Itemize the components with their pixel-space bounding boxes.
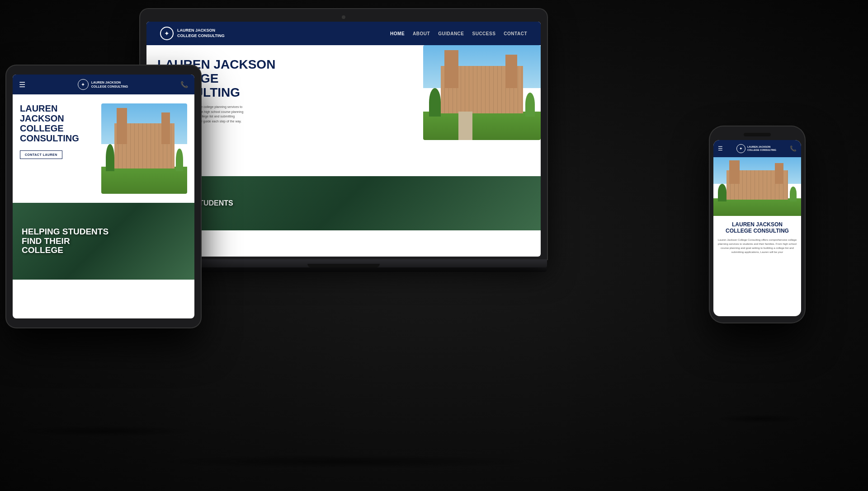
- scene: ✦ LAUREN JACKSON COLLEGE CONSULTING HOME…: [0, 0, 868, 491]
- phone-desc: Lauren Jackson College Consulting offers…: [718, 238, 797, 254]
- laptop-website: ✦ LAUREN JACKSON COLLEGE CONSULTING HOME…: [146, 22, 541, 257]
- logo-line1: LAUREN JACKSON: [177, 28, 215, 33]
- tree1: [429, 88, 441, 117]
- laptop-device: ✦ LAUREN JACKSON COLLEGE CONSULTING HOME…: [140, 9, 547, 272]
- phone-screen: ☰ ✦ LAUREN JACKSON COLLEGE CONSULTING 📞: [713, 140, 801, 316]
- laptop-screen: ✦ LAUREN JACKSON COLLEGE CONSULTING HOME…: [146, 22, 541, 257]
- laptop-banner: HELPING STUDENTS: [146, 176, 541, 230]
- nav-home[interactable]: HOME: [390, 31, 405, 36]
- tablet-website: ☰ ✦ LAUREN JACKSON COLLEGE CONSULTING 📞: [13, 75, 194, 280]
- tablet-tree1: [106, 144, 114, 171]
- tablet-logo-text: LAUREN JACKSON COLLEGE CONSULTING: [91, 80, 128, 89]
- phone-logo: ✦ LAUREN JACKSON COLLEGE CONSULTING: [736, 144, 776, 153]
- laptop-logo: ✦ LAUREN JACKSON COLLEGE CONSULTING: [160, 27, 225, 40]
- phone-hamburger-icon[interactable]: ☰: [718, 145, 723, 152]
- phone-device: ☰ ✦ LAUREN JACKSON COLLEGE CONSULTING 📞: [710, 126, 805, 323]
- tablet-banner: HELPING STUDENTS FIND THEIR COLLEGE: [13, 203, 194, 280]
- lawn: [423, 112, 541, 140]
- laptop-camera: [342, 15, 345, 19]
- tablet-hero-left: LAUREN JACKSON COLLEGE CONSULTING CONTAC…: [20, 103, 95, 194]
- tablet-banner-text: HELPING STUDENTS FIND THEIR COLLEGE: [22, 227, 108, 256]
- tablet-logo-line1: LAUREN JACKSON: [91, 81, 121, 84]
- tablet-screen: ☰ ✦ LAUREN JACKSON COLLEGE CONSULTING 📞: [13, 75, 194, 318]
- laptop-shadow: [145, 455, 542, 468]
- laptop-body: ✦ LAUREN JACKSON COLLEGE CONSULTING HOME…: [140, 9, 547, 259]
- tablet-title-l3: CONSULTING: [20, 133, 79, 143]
- phone-title-l2: COLLEGE CONSULTING: [726, 228, 789, 234]
- laptop-hero: LAUREN JACKSON COLLEGE CONSULTING consul…: [146, 45, 541, 176]
- phone-shadow: [714, 414, 805, 423]
- laptop-stand: [140, 267, 547, 272]
- tablet-lawn: [101, 167, 187, 194]
- tree2: [525, 93, 535, 117]
- nav-about[interactable]: ABOUT: [413, 31, 430, 36]
- tablet-hero: LAUREN JACKSON COLLEGE CONSULTING CONTAC…: [13, 94, 194, 203]
- phone-campus-image: [713, 157, 801, 216]
- phone-tower-left: [729, 160, 740, 184]
- laptop-nav: ✦ LAUREN JACKSON COLLEGE CONSULTING HOME…: [146, 22, 541, 45]
- tablet-hero-image: [101, 103, 187, 194]
- laptop-logo-text: LAUREN JACKSON COLLEGE CONSULTING: [177, 28, 225, 38]
- tablet-campus-image: [101, 103, 187, 194]
- phone-nav: ☰ ✦ LAUREN JACKSON COLLEGE CONSULTING 📞: [713, 140, 801, 157]
- tablet-contact-btn[interactable]: CONTACT LAUREN: [20, 150, 62, 159]
- tower-right: [505, 55, 517, 88]
- phone-compass-icon: ✦: [736, 144, 745, 153]
- banner-bg: HELPING STUDENTS: [146, 176, 541, 230]
- phone-tower-right: [775, 163, 783, 184]
- laptop-nav-menu: HOME ABOUT GUIDANCE SUCCESS CONTACT: [390, 31, 527, 36]
- tablet-compass-icon: ✦: [78, 79, 89, 90]
- campus-image: [423, 45, 541, 140]
- tablet-logo-line2: COLLEGE CONSULTING: [91, 85, 128, 88]
- phone-logo-text: LAUREN JACKSON COLLEGE CONSULTING: [747, 145, 776, 152]
- phone-tree1: [718, 184, 726, 201]
- phone-tree2: [790, 187, 797, 201]
- phone-website: ☰ ✦ LAUREN JACKSON COLLEGE CONSULTING 📞: [713, 140, 801, 260]
- tablet-shadow: [9, 426, 199, 437]
- path: [458, 112, 472, 140]
- tablet-device: ☰ ✦ LAUREN JACKSON COLLEGE CONSULTING 📞: [6, 65, 201, 327]
- phone-notch: [744, 133, 771, 136]
- tower-left: [444, 50, 458, 88]
- phone-content: LAUREN JACKSON COLLEGE CONSULTING Lauren…: [713, 216, 801, 260]
- nav-guidance[interactable]: GUIDANCE: [438, 31, 464, 36]
- tablet-banner-l1: HELPING STUDENTS: [22, 227, 108, 236]
- tablet-title-l2: COLLEGE: [20, 123, 64, 133]
- tablet-tower-right: [161, 112, 170, 144]
- hamburger-icon[interactable]: ☰: [19, 80, 25, 89]
- tablet-tree2: [176, 149, 183, 171]
- phone-hero-image: [713, 157, 801, 216]
- tablet-title-l1: LAUREN JACKSON: [20, 103, 64, 123]
- nav-contact[interactable]: CONTACT: [504, 31, 527, 36]
- tablet-hero-title: LAUREN JACKSON COLLEGE CONSULTING: [20, 103, 95, 143]
- phone-logo-l1: LAUREN JACKSON: [747, 145, 770, 148]
- tablet-banner-l2: FIND THEIR: [22, 236, 70, 246]
- phone-lawn: [713, 198, 801, 216]
- tablet-banner-l3: COLLEGE: [22, 245, 63, 255]
- phone-icon[interactable]: 📞: [180, 81, 188, 88]
- logo-line2: COLLEGE CONSULTING: [177, 33, 225, 38]
- nav-success[interactable]: SUCCESS: [472, 31, 496, 36]
- phone-body: ☰ ✦ LAUREN JACKSON COLLEGE CONSULTING 📞: [710, 126, 805, 323]
- tablet-logo: ✦ LAUREN JACKSON COLLEGE CONSULTING: [78, 79, 128, 90]
- phone-logo-l2: COLLEGE CONSULTING: [747, 149, 776, 151]
- tablet-nav: ☰ ✦ LAUREN JACKSON COLLEGE CONSULTING 📞: [13, 75, 194, 94]
- phone-title-l1: LAUREN JACKSON: [732, 221, 783, 228]
- phone-title: LAUREN JACKSON COLLEGE CONSULTING: [718, 221, 797, 234]
- tablet-tower-left: [117, 108, 127, 144]
- tablet-body: ☰ ✦ LAUREN JACKSON COLLEGE CONSULTING 📞: [6, 65, 201, 327]
- tablet-banner-bg: HELPING STUDENTS FIND THEIR COLLEGE: [13, 203, 194, 280]
- compass-icon: ✦: [160, 27, 174, 40]
- laptop-hero-image: [423, 45, 541, 140]
- laptop-base: [140, 259, 547, 267]
- phone-phone-icon[interactable]: 📞: [790, 145, 797, 152]
